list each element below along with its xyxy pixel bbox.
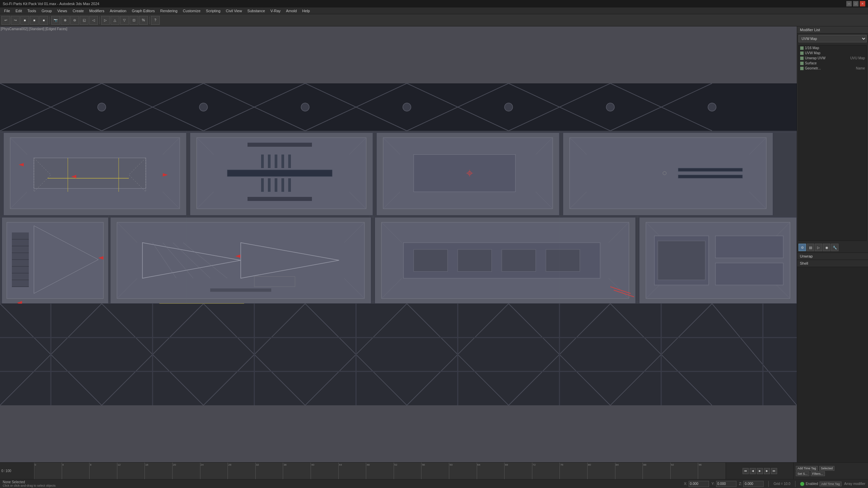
enabled-indicator[interactable] — [800, 482, 804, 486]
svg-rect-93 — [458, 249, 492, 271]
minimize-button[interactable]: ─ — [846, 1, 852, 6]
modifier-item-0[interactable]: 1/16 Map — [799, 45, 866, 50]
menu-item-create[interactable]: Create — [70, 8, 86, 14]
toolbar-btn-1[interactable]: ↪ — [11, 16, 20, 25]
window-controls: ─ □ ✕ — [846, 1, 865, 6]
toolbar-btn-5[interactable]: 📷 — [51, 16, 60, 25]
menu-item-civil view[interactable]: Civil View — [223, 8, 244, 14]
viewport-svg — [0, 26, 797, 462]
menu-item-edit[interactable]: Edit — [13, 8, 25, 14]
svg-rect-35 — [248, 197, 312, 201]
modifier-extra: Name — [856, 66, 865, 70]
toolbar-btn-7[interactable]: ⊖ — [70, 16, 79, 25]
toolbar-btn-15[interactable]: ? — [151, 16, 160, 25]
modifier-extra: UVU Map — [850, 56, 865, 60]
svg-point-150 — [98, 103, 106, 111]
timeline-label: 76 — [560, 463, 563, 466]
enabled-section: Enabled Add Time Tag — [800, 482, 842, 486]
z-coord: Z: — [739, 481, 764, 487]
toolbar-btn-9[interactable]: ◁ — [89, 16, 98, 25]
selected-btn[interactable]: Selected — [819, 466, 834, 471]
menu-item-substance[interactable]: Substance — [245, 8, 268, 14]
menu-item-modifiers[interactable]: Modifiers — [86, 8, 107, 14]
maximize-button[interactable]: □ — [853, 1, 859, 6]
svg-rect-32 — [281, 178, 284, 192]
toolbar-btn-0[interactable]: ↩ — [1, 16, 10, 25]
modifier-color — [800, 62, 804, 65]
timeline-label: 64 — [477, 463, 480, 466]
timeline-marker — [89, 463, 90, 479]
panel-icon-motion[interactable]: ▷ — [815, 244, 822, 251]
timeline-marker — [283, 463, 283, 479]
menu-item-scripting[interactable]: Scripting — [203, 8, 223, 14]
prev-frame-btn[interactable]: ◀ — [750, 468, 756, 474]
modifier-name: 1/16 Map — [805, 46, 865, 50]
modifier-item-4[interactable]: Geometr...Name — [799, 66, 866, 71]
menu-item-help[interactable]: Help — [299, 8, 313, 14]
menu-item-v-ray[interactable]: V-Ray — [268, 8, 283, 14]
modifier-dropdown[interactable]: UVW Map Unwrap UVW Shell — [798, 35, 867, 42]
timeline-marker — [670, 463, 671, 479]
toolbar-btn-8[interactable]: ◱ — [80, 16, 88, 25]
menu-item-rendering[interactable]: Rendering — [158, 8, 180, 14]
timeline-label: 44 — [339, 463, 342, 466]
panel-icon-hierarchy[interactable]: ▤ — [807, 244, 814, 251]
add-time-tag-btn[interactable]: Add Time Tag — [820, 482, 842, 486]
menu-item-views[interactable]: Views — [55, 8, 70, 14]
timeline-label: 28 — [228, 463, 231, 466]
go-start-btn[interactable]: ⏮ — [743, 468, 749, 474]
timeline-label: 96 — [698, 463, 702, 466]
toolbar-btn-6[interactable]: ⊕ — [61, 16, 70, 25]
modifier-list-title: Modifier List — [800, 28, 820, 32]
timeline-label: 80 — [588, 463, 591, 466]
toolbar-btn-3[interactable]: ■ — [30, 16, 39, 25]
toolbar-btn-10[interactable]: ▷ — [101, 16, 110, 25]
x-coord: X: — [684, 481, 709, 487]
set-key-btn[interactable]: Set S... — [796, 471, 809, 476]
viewport[interactable]: [PhysCamara002] [Standard] [Edged Faces] — [0, 26, 797, 462]
toolbar-btn-11[interactable]: △ — [111, 16, 119, 25]
timeline-marker — [449, 463, 449, 479]
modifier-item-1[interactable]: UVW Map — [799, 50, 866, 56]
shell-label: Shell — [800, 261, 808, 265]
right-panel: Modifier List UVW Map Unwrap UVW Shell 1… — [797, 26, 868, 462]
panel-icon-display[interactable]: ◉ — [823, 244, 830, 251]
toolbar-btn-4[interactable]: ■ — [39, 16, 48, 25]
modifier-item-3[interactable]: Surface — [799, 61, 866, 66]
panel-icon-modify[interactable]: ⚙ — [798, 244, 806, 251]
app-title: Sci-Fi Parts Kit Pack Vol 01.max - Autod… — [3, 2, 846, 6]
panel-icon-utilities[interactable]: 🔧 — [831, 244, 839, 251]
menu-item-group[interactable]: Group — [39, 8, 55, 14]
svg-rect-107 — [658, 241, 705, 280]
filters-btn[interactable]: Filters... — [811, 471, 825, 476]
menu-item-animation[interactable]: Animation — [107, 8, 129, 14]
toolbar-btn-12[interactable]: ▽ — [120, 16, 129, 25]
timeline-track[interactable]: 0481216202428323640444852566064687276808… — [34, 463, 726, 479]
play-btn[interactable]: ▶ — [757, 468, 763, 474]
go-end-btn[interactable]: ⏭ — [771, 468, 777, 474]
auto-key-btn[interactable]: Add Time Tag — [796, 466, 818, 471]
x-input[interactable] — [689, 481, 709, 487]
toolbar-btn-13[interactable]: ⊡ — [130, 16, 138, 25]
y-input[interactable] — [716, 481, 736, 487]
svg-rect-31 — [275, 178, 277, 192]
menu-item-arnold[interactable]: Arnold — [283, 8, 300, 14]
status-hint-text: Click or click-and-drag to select object… — [3, 484, 71, 487]
timeline-marker — [421, 463, 421, 479]
menu-item-customize[interactable]: Customize — [180, 8, 203, 14]
modifier-color — [800, 52, 804, 55]
close-button[interactable]: ✕ — [860, 1, 865, 6]
toolbar-btn-14[interactable]: % — [139, 16, 148, 25]
toolbar-btn-2[interactable]: ■ — [20, 16, 29, 25]
next-frame-btn[interactable]: ▶ — [764, 468, 770, 474]
menu-item-tools[interactable]: Tools — [25, 8, 39, 14]
z-input[interactable] — [743, 481, 764, 487]
timeline-marker — [643, 463, 643, 479]
menu-item-file[interactable]: File — [1, 8, 13, 14]
svg-rect-27 — [281, 155, 284, 168]
timeline-label: 60 — [450, 463, 453, 466]
svg-rect-52 — [678, 168, 743, 171]
toolbar-separator — [50, 16, 50, 24]
modifier-item-2[interactable]: Unwrap UVWUVU Map — [799, 56, 866, 61]
menu-item-graph editors[interactable]: Graph Editors — [129, 8, 158, 14]
